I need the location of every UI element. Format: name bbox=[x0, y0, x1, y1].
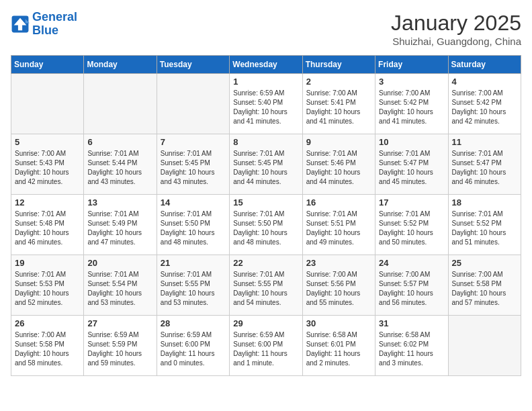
calendar-cell: 27Sunrise: 6:59 AM Sunset: 5:59 PM Dayli… bbox=[84, 316, 157, 376]
calendar-cell: 12Sunrise: 7:01 AM Sunset: 5:48 PM Dayli… bbox=[11, 195, 84, 255]
day-info: Sunrise: 7:00 AM Sunset: 5:43 PM Dayligh… bbox=[15, 149, 80, 187]
day-header-tuesday: Tuesday bbox=[157, 56, 229, 74]
day-number: 6 bbox=[87, 137, 152, 147]
calendar-cell: 11Sunrise: 7:01 AM Sunset: 5:47 PM Dayli… bbox=[448, 134, 521, 195]
day-header-sunday: Sunday bbox=[11, 56, 84, 74]
day-number: 23 bbox=[306, 258, 371, 268]
calendar-cell: 6Sunrise: 7:01 AM Sunset: 5:44 PM Daylig… bbox=[84, 134, 157, 195]
day-number: 22 bbox=[233, 258, 298, 268]
calendar-cell: 18Sunrise: 7:01 AM Sunset: 5:52 PM Dayli… bbox=[448, 195, 521, 255]
calendar-cell: 21Sunrise: 7:01 AM Sunset: 5:55 PM Dayli… bbox=[157, 255, 229, 316]
day-info: Sunrise: 7:00 AM Sunset: 5:57 PM Dayligh… bbox=[379, 270, 444, 308]
calendar-cell: 4Sunrise: 7:00 AM Sunset: 5:42 PM Daylig… bbox=[448, 74, 521, 134]
day-info: Sunrise: 7:01 AM Sunset: 5:53 PM Dayligh… bbox=[15, 270, 80, 308]
day-number: 19 bbox=[15, 258, 80, 268]
day-number: 17 bbox=[379, 197, 444, 208]
day-info: Sunrise: 7:01 AM Sunset: 5:47 PM Dayligh… bbox=[452, 149, 517, 187]
day-number: 18 bbox=[452, 197, 517, 208]
day-info: Sunrise: 7:01 AM Sunset: 5:51 PM Dayligh… bbox=[306, 210, 371, 247]
calendar-cell: 13Sunrise: 7:01 AM Sunset: 5:49 PM Dayli… bbox=[84, 195, 157, 255]
day-header-wednesday: Wednesday bbox=[230, 56, 302, 74]
location: Shuizhai, Guangdong, China bbox=[391, 36, 521, 47]
calendar-cell: 17Sunrise: 7:01 AM Sunset: 5:52 PM Dayli… bbox=[375, 195, 448, 255]
week-row-2: 5Sunrise: 7:00 AM Sunset: 5:43 PM Daylig… bbox=[11, 134, 521, 195]
day-info: Sunrise: 7:01 AM Sunset: 5:55 PM Dayligh… bbox=[233, 270, 298, 308]
calendar-cell: 2Sunrise: 7:00 AM Sunset: 5:41 PM Daylig… bbox=[302, 74, 375, 134]
page-header: General Blue January 2025 Shuizhai, Guan… bbox=[11, 11, 521, 47]
calendar-cell bbox=[11, 74, 84, 134]
logo-icon bbox=[11, 15, 30, 34]
calendar-cell: 25Sunrise: 7:00 AM Sunset: 5:58 PM Dayli… bbox=[448, 255, 521, 316]
day-info: Sunrise: 7:00 AM Sunset: 5:41 PM Dayligh… bbox=[306, 89, 371, 126]
day-number: 8 bbox=[233, 137, 298, 147]
week-row-1: 1Sunrise: 6:59 AM Sunset: 5:40 PM Daylig… bbox=[11, 74, 521, 134]
day-number: 30 bbox=[306, 318, 371, 328]
week-row-3: 12Sunrise: 7:01 AM Sunset: 5:48 PM Dayli… bbox=[11, 195, 521, 255]
calendar-table: SundayMondayTuesdayWednesdayThursdayFrid… bbox=[11, 55, 521, 376]
day-number: 14 bbox=[161, 197, 226, 208]
day-info: Sunrise: 7:00 AM Sunset: 5:58 PM Dayligh… bbox=[15, 330, 80, 368]
calendar-cell: 29Sunrise: 6:59 AM Sunset: 6:00 PM Dayli… bbox=[230, 316, 302, 376]
day-number: 31 bbox=[379, 318, 444, 328]
day-number: 4 bbox=[452, 77, 517, 87]
day-number: 15 bbox=[233, 197, 298, 208]
day-number: 26 bbox=[15, 318, 80, 328]
calendar-cell: 14Sunrise: 7:01 AM Sunset: 5:50 PM Dayli… bbox=[157, 195, 229, 255]
day-number: 29 bbox=[233, 318, 298, 328]
calendar-cell: 22Sunrise: 7:01 AM Sunset: 5:55 PM Dayli… bbox=[230, 255, 302, 316]
day-info: Sunrise: 7:00 AM Sunset: 5:58 PM Dayligh… bbox=[452, 270, 517, 308]
calendar-cell: 8Sunrise: 7:01 AM Sunset: 5:45 PM Daylig… bbox=[230, 134, 302, 195]
day-info: Sunrise: 7:01 AM Sunset: 5:54 PM Dayligh… bbox=[87, 270, 152, 308]
calendar-cell: 10Sunrise: 7:01 AM Sunset: 5:47 PM Dayli… bbox=[375, 134, 448, 195]
day-info: Sunrise: 7:01 AM Sunset: 5:52 PM Dayligh… bbox=[452, 210, 517, 247]
day-info: Sunrise: 7:01 AM Sunset: 5:50 PM Dayligh… bbox=[233, 210, 298, 247]
day-number: 1 bbox=[233, 77, 298, 87]
day-info: Sunrise: 6:59 AM Sunset: 6:00 PM Dayligh… bbox=[161, 330, 226, 368]
day-number: 21 bbox=[161, 258, 226, 268]
day-info: Sunrise: 7:01 AM Sunset: 5:45 PM Dayligh… bbox=[233, 149, 298, 187]
calendar-cell: 16Sunrise: 7:01 AM Sunset: 5:51 PM Dayli… bbox=[302, 195, 375, 255]
day-number: 7 bbox=[161, 137, 226, 147]
day-info: Sunrise: 7:01 AM Sunset: 5:47 PM Dayligh… bbox=[379, 149, 444, 187]
day-number: 11 bbox=[452, 137, 517, 147]
calendar-cell: 31Sunrise: 6:58 AM Sunset: 6:02 PM Dayli… bbox=[375, 316, 448, 376]
calendar-cell: 24Sunrise: 7:00 AM Sunset: 5:57 PM Dayli… bbox=[375, 255, 448, 316]
day-info: Sunrise: 7:01 AM Sunset: 5:52 PM Dayligh… bbox=[379, 210, 444, 247]
day-info: Sunrise: 7:01 AM Sunset: 5:55 PM Dayligh… bbox=[161, 270, 226, 308]
day-number: 2 bbox=[306, 77, 371, 87]
calendar-cell: 9Sunrise: 7:01 AM Sunset: 5:46 PM Daylig… bbox=[302, 134, 375, 195]
day-info: Sunrise: 7:00 AM Sunset: 5:42 PM Dayligh… bbox=[379, 89, 444, 126]
day-info: Sunrise: 7:01 AM Sunset: 5:44 PM Dayligh… bbox=[87, 149, 152, 187]
calendar-cell: 7Sunrise: 7:01 AM Sunset: 5:45 PM Daylig… bbox=[157, 134, 229, 195]
calendar-cell: 1Sunrise: 6:59 AM Sunset: 5:40 PM Daylig… bbox=[230, 74, 302, 134]
day-info: Sunrise: 7:01 AM Sunset: 5:49 PM Dayligh… bbox=[87, 210, 152, 247]
calendar-cell: 20Sunrise: 7:01 AM Sunset: 5:54 PM Dayli… bbox=[84, 255, 157, 316]
day-number: 27 bbox=[87, 318, 152, 328]
day-number: 12 bbox=[15, 197, 80, 208]
calendar-header-row: SundayMondayTuesdayWednesdayThursdayFrid… bbox=[11, 56, 521, 74]
day-info: Sunrise: 7:00 AM Sunset: 5:56 PM Dayligh… bbox=[306, 270, 371, 308]
day-header-saturday: Saturday bbox=[448, 56, 521, 74]
day-info: Sunrise: 6:59 AM Sunset: 6:00 PM Dayligh… bbox=[233, 330, 298, 368]
calendar-cell: 28Sunrise: 6:59 AM Sunset: 6:00 PM Dayli… bbox=[157, 316, 229, 376]
day-number: 16 bbox=[306, 197, 371, 208]
day-info: Sunrise: 7:01 AM Sunset: 5:46 PM Dayligh… bbox=[306, 149, 371, 187]
day-header-monday: Monday bbox=[84, 56, 157, 74]
week-row-5: 26Sunrise: 7:00 AM Sunset: 5:58 PM Dayli… bbox=[11, 316, 521, 376]
calendar-cell: 19Sunrise: 7:01 AM Sunset: 5:53 PM Dayli… bbox=[11, 255, 84, 316]
day-info: Sunrise: 6:59 AM Sunset: 5:59 PM Dayligh… bbox=[87, 330, 152, 368]
calendar-cell: 15Sunrise: 7:01 AM Sunset: 5:50 PM Dayli… bbox=[230, 195, 302, 255]
day-info: Sunrise: 6:59 AM Sunset: 5:40 PM Dayligh… bbox=[233, 89, 298, 126]
day-header-thursday: Thursday bbox=[302, 56, 375, 74]
day-number: 3 bbox=[379, 77, 444, 87]
day-info: Sunrise: 7:01 AM Sunset: 5:48 PM Dayligh… bbox=[15, 210, 80, 247]
day-info: Sunrise: 6:58 AM Sunset: 6:02 PM Dayligh… bbox=[379, 330, 444, 368]
day-info: Sunrise: 6:58 AM Sunset: 6:01 PM Dayligh… bbox=[306, 330, 371, 368]
day-number: 25 bbox=[452, 258, 517, 268]
month-title: January 2025 bbox=[391, 11, 521, 36]
calendar-cell: 26Sunrise: 7:00 AM Sunset: 5:58 PM Dayli… bbox=[11, 316, 84, 376]
logo: General Blue bbox=[11, 11, 77, 38]
week-row-4: 19Sunrise: 7:01 AM Sunset: 5:53 PM Dayli… bbox=[11, 255, 521, 316]
calendar-body: 1Sunrise: 6:59 AM Sunset: 5:40 PM Daylig… bbox=[11, 74, 521, 376]
day-number: 13 bbox=[87, 197, 152, 208]
